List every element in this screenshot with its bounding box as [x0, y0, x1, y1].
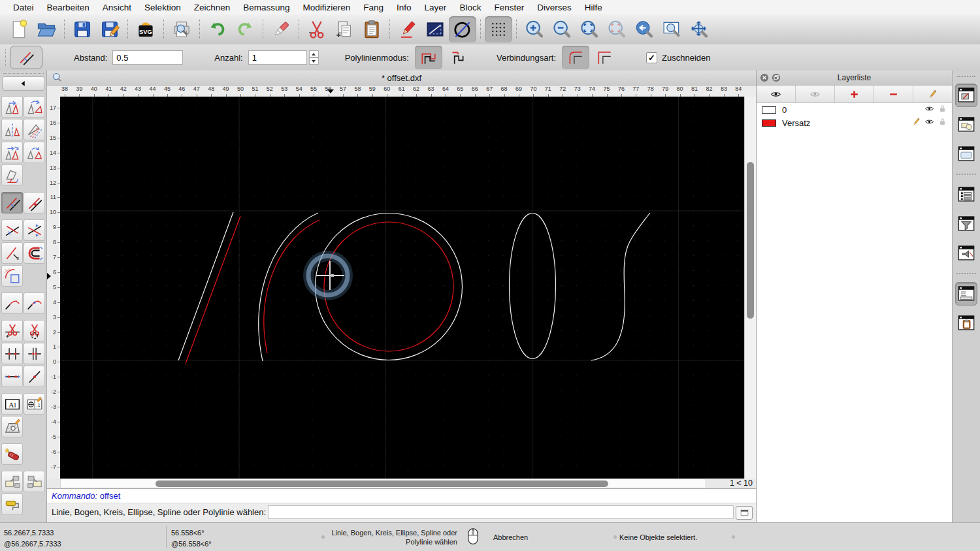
break-gap-tool-button[interactable] — [24, 343, 45, 364]
layer-color-swatch[interactable] — [762, 106, 776, 114]
menu-layer[interactable]: Layer — [418, 3, 453, 12]
pencil-yellow-icon[interactable] — [911, 117, 921, 127]
redo-button[interactable] — [231, 16, 259, 42]
trim-checkbox[interactable]: ✓ — [646, 52, 657, 63]
rotate-two-tool-button[interactable] — [24, 142, 45, 163]
command-options-button[interactable] — [736, 506, 753, 520]
copy-attributes-2-tool-button[interactable] — [24, 471, 45, 492]
zoom-out-button[interactable] — [548, 16, 576, 42]
menu-block[interactable]: Block — [453, 3, 487, 12]
zoom-auto-button[interactable] — [576, 16, 603, 42]
eye-icon[interactable] — [924, 117, 934, 127]
minus-red-button[interactable] — [874, 86, 913, 102]
svg-export-button[interactable]: SVG — [132, 16, 159, 42]
break-points-tool-button[interactable] — [1, 343, 23, 364]
menu-datei[interactable]: Datei — [7, 3, 41, 12]
grid-toggle-button[interactable] — [485, 16, 512, 42]
menu-zeichnen[interactable]: Zeichnen — [188, 3, 237, 12]
clip-tool-button[interactable] — [24, 242, 45, 264]
save-as-button[interactable] — [96, 16, 123, 42]
layer-row-0[interactable]: 0 — [757, 103, 952, 116]
abstand-input[interactable] — [112, 50, 183, 65]
cut-line-tool-button[interactable] — [1, 320, 23, 341]
mirror-multi-tool-button[interactable] — [24, 119, 45, 140]
stepper-up[interactable] — [309, 50, 319, 57]
edit-text-tool-button[interactable]: Al — [1, 393, 23, 415]
current-tool-button[interactable] — [10, 46, 42, 69]
menu-ansicht[interactable]: Ansicht — [96, 3, 138, 12]
move-tool-button[interactable] — [1, 96, 23, 118]
join-sharp-button[interactable] — [591, 46, 618, 69]
anzahl-stepper[interactable] — [309, 50, 319, 65]
join-round-button[interactable] — [562, 46, 589, 69]
trim-two-tool-button[interactable] — [24, 219, 45, 241]
bend-point-tool-button[interactable] — [24, 292, 45, 314]
menu-info[interactable]: Info — [390, 3, 418, 12]
clipboard-panel-dock-button[interactable] — [955, 311, 977, 335]
command-line-dock-button[interactable] — [955, 282, 977, 306]
copy-attributes-tool-button[interactable] — [1, 471, 23, 492]
vertical-scrollbar-thumb[interactable] — [747, 162, 754, 319]
lengthen-tool-button[interactable]: x — [1, 242, 23, 264]
horizontal-scrollbar-thumb[interactable] — [155, 480, 608, 487]
mirror-tool-button[interactable] — [1, 119, 23, 140]
open-button[interactable] — [33, 16, 60, 42]
zoom-in-button[interactable] — [521, 16, 548, 42]
command-input[interactable] — [268, 505, 734, 519]
float-panel-icon[interactable] — [772, 73, 781, 82]
zoom-selection-button[interactable] — [603, 16, 630, 42]
round-corner-tool-button[interactable] — [1, 265, 23, 287]
bend-tool-button[interactable] — [1, 292, 23, 314]
cut-circle-tool-button[interactable] — [24, 320, 45, 341]
drawing-canvas[interactable] — [60, 97, 744, 479]
back-button[interactable] — [2, 76, 45, 91]
eye-icon[interactable] — [924, 104, 934, 114]
stretch-tool-button[interactable] — [1, 366, 23, 387]
layer-list-dock-button[interactable] — [955, 84, 977, 107]
save-button[interactable] — [69, 16, 96, 42]
edit-dimension-tool-button[interactable]: .1 — [24, 393, 45, 415]
offset-tool-button[interactable] — [1, 192, 23, 213]
rotate-tool-button[interactable] — [24, 96, 45, 118]
block-list-dock-button[interactable] — [955, 113, 977, 136]
drawing-window-titlebar[interactable]: * offset.dxf — [47, 71, 756, 86]
cut-button[interactable] — [303, 16, 331, 42]
copy-button[interactable] — [331, 16, 358, 42]
trim-tool-button[interactable] — [1, 219, 23, 241]
polyline-segment-button[interactable] — [444, 46, 471, 69]
property-editor-dock-button[interactable] — [955, 183, 977, 206]
pencil-yellow-button[interactable] — [913, 86, 952, 102]
horizontal-scrollbar[interactable] — [60, 479, 744, 488]
eraser-button[interactable] — [267, 16, 295, 42]
menu-bemassung[interactable]: Bemassung — [237, 3, 296, 12]
library-browser-dock-button[interactable] — [955, 242, 977, 265]
menu-fenster[interactable]: Fenster — [487, 3, 531, 12]
split-point-tool-button[interactable] — [24, 366, 45, 387]
offset-point-tool-button[interactable] — [24, 192, 45, 213]
anzahl-input[interactable] — [248, 50, 307, 65]
offset-circle-button[interactable] — [449, 16, 476, 42]
explode-tool-button[interactable] — [1, 443, 23, 465]
draw-pencil-button[interactable] — [394, 16, 421, 42]
selection-filter-dock-button[interactable] — [955, 212, 977, 236]
menu-hilfe[interactable]: Hilfe — [578, 3, 609, 12]
zoom-window-button[interactable] — [658, 16, 685, 42]
menu-modifizieren[interactable]: Modifizieren — [297, 3, 357, 12]
menu-fang[interactable]: Fang — [357, 3, 390, 12]
paint-roller-tool-button[interactable] — [1, 494, 23, 515]
new-button[interactable] — [5, 16, 33, 42]
menu-diverses[interactable]: Diverses — [531, 3, 578, 12]
lock-icon[interactable] — [938, 104, 947, 114]
undo-button[interactable] — [204, 16, 231, 42]
menu-selektion[interactable]: Selektion — [138, 3, 188, 12]
lock-icon[interactable] — [938, 117, 947, 127]
project-tool-button[interactable] — [1, 165, 23, 186]
print-preview-button[interactable] — [168, 16, 195, 42]
close-icon[interactable] — [760, 73, 769, 82]
layer-color-swatch[interactable] — [762, 119, 776, 127]
vertical-scrollbar[interactable] — [744, 97, 756, 479]
view-window-dock-button[interactable] — [955, 142, 977, 166]
layer-row-Versatz[interactable]: Versatz — [757, 116, 952, 129]
eye-button[interactable] — [757, 86, 796, 102]
eye-gray-button[interactable] — [796, 86, 835, 102]
